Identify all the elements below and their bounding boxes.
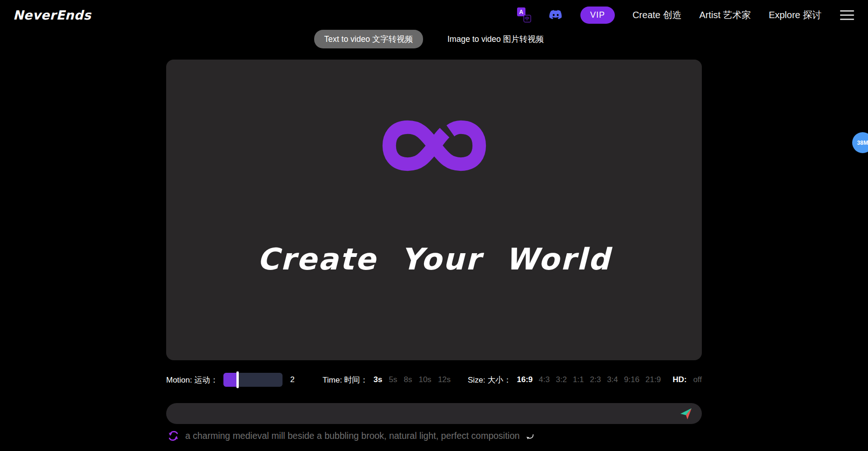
translate-cjk-letter: 中: [524, 15, 531, 22]
hamburger-menu-icon[interactable]: [839, 8, 855, 22]
curved-arrow-icon: [526, 434, 534, 440]
nav-item-create[interactable]: Create 创造: [632, 9, 682, 21]
canvas-slogan: Create Your World: [166, 242, 702, 276]
member-count-badge[interactable]: 38M: [852, 132, 868, 153]
send-button[interactable]: [678, 405, 694, 422]
discord-icon[interactable]: [549, 9, 563, 20]
prompt-input[interactable]: [176, 403, 678, 424]
infinity-icon: [380, 116, 488, 177]
motion-control: Motion: 运动： 2: [166, 372, 295, 388]
time-option-12s[interactable]: 12s: [438, 375, 451, 384]
motion-slider-thumb[interactable]: [236, 371, 239, 388]
generation-controls: Motion: 运动： 2 Time: 时间： 3s 5s 8s 10s 12s…: [166, 372, 702, 388]
time-options: 3s 5s 8s 10s 12s: [374, 375, 451, 384]
vip-button[interactable]: VIP: [580, 7, 615, 24]
prompt-bar: [166, 403, 702, 424]
motion-label: Motion: 运动：: [166, 375, 218, 385]
nav-group: A 中 VIP Create 创造 Artist 艺术家 Explore 探讨: [517, 7, 855, 24]
size-control: Size: 大小： 16:9 4:3 3:2 1:1 2:3 3:4 9:16 …: [468, 372, 661, 388]
translate-icon[interactable]: A 中: [517, 7, 531, 22]
video-preview-canvas: Create Your World: [166, 60, 702, 360]
refresh-icon[interactable]: [168, 430, 179, 442]
motion-slider-fill: [223, 373, 237, 387]
tab-text-to-video[interactable]: Text to video 文字转视频: [314, 30, 424, 48]
motion-slider[interactable]: [223, 373, 283, 387]
size-label: Size: 大小：: [468, 375, 511, 385]
prompt-suggestion-row: a charming medieval mill beside a bubbli…: [168, 428, 534, 444]
size-option-2-3[interactable]: 2:3: [590, 375, 601, 384]
size-option-3-4[interactable]: 3:4: [607, 375, 618, 384]
mode-tabs: Text to video 文字转视频 Image to video 图片转视频: [166, 30, 702, 48]
size-option-4-3[interactable]: 4:3: [539, 375, 550, 384]
hd-control: HD: off: [673, 372, 702, 388]
size-option-3-2[interactable]: 3:2: [556, 375, 567, 384]
discord-icon-glyph: [549, 9, 563, 20]
translate-icon-glyph: A 中: [517, 7, 531, 22]
nav-item-explore[interactable]: Explore 探讨: [769, 9, 821, 21]
time-option-3s[interactable]: 3s: [374, 375, 383, 384]
time-option-8s[interactable]: 8s: [404, 375, 412, 384]
size-option-21-9[interactable]: 21:9: [646, 375, 661, 384]
brand-logo[interactable]: NeverEnds: [13, 8, 91, 22]
size-option-1-1[interactable]: 1:1: [573, 375, 584, 384]
time-option-5s[interactable]: 5s: [389, 375, 397, 384]
hd-label: HD:: [673, 375, 686, 384]
time-option-10s[interactable]: 10s: [418, 375, 431, 384]
nav-item-artist[interactable]: Artist 艺术家: [700, 9, 751, 21]
tab-image-to-video[interactable]: Image to video 图片转视频: [437, 30, 554, 48]
time-label: Time: 时间：: [323, 375, 368, 385]
size-options: 16:9 4:3 3:2 1:1 2:3 3:4 9:16 21:9: [517, 375, 661, 384]
hd-toggle[interactable]: off: [693, 375, 702, 384]
prompt-suggestion-text[interactable]: a charming medieval mill beside a bubbli…: [185, 431, 520, 441]
motion-value: 2: [290, 375, 294, 384]
top-nav: NeverEnds A 中 VIP Create 创造 Artist 艺术家 E…: [0, 0, 868, 30]
size-option-9-16[interactable]: 9:16: [624, 375, 639, 384]
time-control: Time: 时间： 3s 5s 8s 10s 12s: [323, 372, 451, 388]
size-option-16-9[interactable]: 16:9: [517, 375, 533, 384]
paper-plane-icon: [679, 406, 693, 421]
